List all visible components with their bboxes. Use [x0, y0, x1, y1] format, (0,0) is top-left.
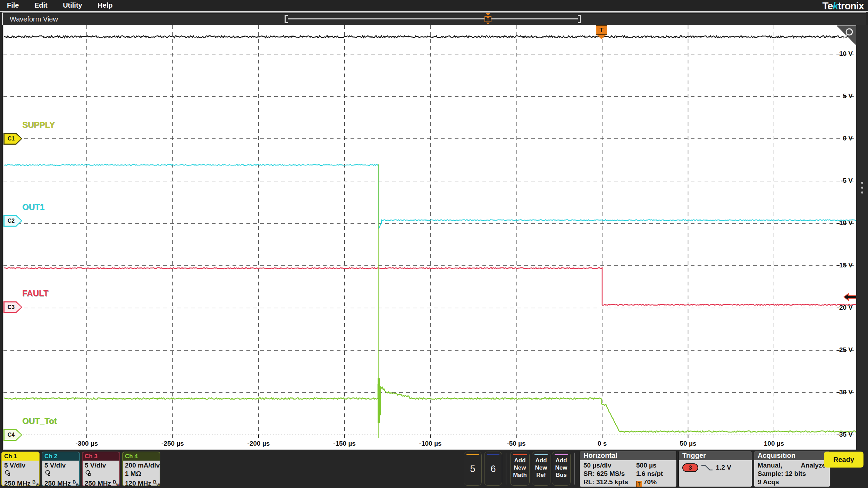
menu-bar: File Edit Utility Help Tektronix: [0, 0, 868, 12]
drawer-handle-icon[interactable]: [861, 187, 863, 189]
ch6-color-stripe: [487, 454, 499, 455]
trace-supply: [4, 36, 856, 38]
trigger-panel[interactable]: Trigger 3 1.2 V: [679, 451, 752, 487]
x-axis-label: -100 µs: [408, 440, 453, 447]
waveform-view-tab-bar: Waveform View T: [2, 12, 866, 25]
channel-position-badge-c3[interactable]: C3: [3, 301, 22, 313]
ch4-header: Ch 4: [123, 452, 160, 461]
trigger-time-flag[interactable]: T: [596, 25, 607, 40]
x-axis-label: 50 µs: [666, 440, 711, 447]
acquisition-panel[interactable]: Acquisition Manual,Analyze Sample: 12 bi…: [754, 451, 830, 487]
y-axis-label: -25 V: [815, 346, 853, 354]
zoom-corner-icon[interactable]: [837, 26, 856, 45]
trigger-flag-tip-icon: [597, 35, 606, 39]
trigger-flag-t-icon: T: [596, 25, 607, 35]
horizontal-panel-title: Horizontal: [580, 451, 676, 460]
trigger-position-percent: 70%: [643, 478, 657, 486]
ch5-color-stripe: [466, 454, 479, 455]
ch2-header: Ch 2: [42, 452, 79, 461]
drawer-handle-icon[interactable]: [861, 182, 863, 184]
ch1-header: Ch 1: [2, 452, 39, 461]
bus-color-stripe: [555, 454, 568, 455]
ch3-header: Ch 3: [83, 452, 119, 461]
badge-text: C3: [3, 301, 19, 313]
ch3-scale: 5 V/div: [85, 461, 119, 470]
horizontal-panel[interactable]: Horizontal 50 µs/div500 µs SR: 625 MS/s1…: [580, 451, 677, 487]
channel-position-badge-c2[interactable]: C2: [3, 215, 22, 227]
badge-text: C4: [3, 429, 19, 441]
waveform-label-out1: OUT1: [22, 202, 44, 212]
pan-bar-line: [288, 18, 578, 19]
divider: [574, 453, 575, 485]
menu-edit[interactable]: Edit: [34, 1, 48, 9]
add-new-ref-button[interactable]: AddNewRef: [532, 452, 550, 486]
menu-file[interactable]: File: [7, 1, 19, 9]
x-axis-label: -150 µs: [322, 440, 367, 447]
x-axis-label: -50 µs: [494, 440, 539, 447]
acquisition-count: 9 Acqs: [758, 478, 830, 486]
pan-bar-right-bracket: [578, 15, 581, 23]
trigger-source-badge: 3: [682, 463, 698, 472]
x-axis-label: -250 µs: [150, 440, 195, 447]
right-side-strip: [856, 25, 868, 450]
x-axis-label: 100 µs: [751, 440, 797, 447]
add-new-bus-button[interactable]: AddNewBus: [552, 452, 571, 486]
y-axis-label: 10 V: [815, 50, 853, 58]
menu-help[interactable]: Help: [98, 1, 112, 9]
menu-utility[interactable]: Utility: [63, 1, 82, 9]
trace-fault: [4, 268, 856, 306]
ch4-impedance: 1 MΩ: [125, 470, 160, 478]
ch2-bandwidth: 250 MHz BW: [44, 478, 79, 486]
badge-text: C2: [3, 215, 19, 227]
oscilloscope-ui: File Edit Utility Help Tektronix Wavefor…: [0, 0, 868, 488]
add-new-math-button[interactable]: AddNewMath: [510, 452, 530, 486]
horizontal-scale: 50 µs/div: [583, 462, 612, 469]
y-axis-label: -20 V: [815, 304, 853, 311]
ch4-bandwidth: 120 MHz BW: [125, 478, 160, 486]
ref-color-stripe: [534, 454, 548, 455]
y-axis-label: -15 V: [815, 262, 853, 269]
channel-badge-ch1[interactable]: Ch 1 5 V/div 250 MHz BW: [1, 452, 40, 486]
trigger-level: 1.2 V: [716, 464, 731, 471]
channel-5-button[interactable]: 5: [464, 452, 482, 486]
y-axis-label: -30 V: [815, 388, 853, 396]
record-length: RL: 312.5 kpts: [583, 478, 628, 486]
channel-position-badge-c1[interactable]: C1: [3, 133, 22, 145]
x-axis-label: -300 µs: [64, 440, 109, 447]
waveform-label-supply: SUPPLY: [22, 120, 55, 130]
ch4-scale: 200 mA/div: [125, 461, 160, 470]
horizontal-pan-zoom-bar[interactable]: T: [285, 15, 581, 23]
trigger-position-arrow-icon: [486, 13, 490, 16]
sample-rate: SR: 625 MS/s: [583, 470, 625, 477]
acquisition-mode: Manual,: [758, 461, 782, 470]
channel-badge-ch4[interactable]: Ch 4 200 mA/div 1 MΩ 120 MHz BW: [122, 452, 160, 486]
trigger-position-t-icon: T: [484, 16, 491, 22]
waveform-graticule: 10 V5 V0 V-5 V-10 V-15 V-20 V-25 V-30 V-…: [3, 25, 856, 450]
channel-badge-ch2[interactable]: Ch 2 5 V/div 250 MHz BW: [42, 452, 80, 486]
drawer-handle-icon[interactable]: [861, 191, 863, 194]
channel-position-badge-c4[interactable]: C4: [3, 429, 22, 441]
waveform-label-fault: FAULT: [22, 289, 49, 298]
waveform-label-out_tot: OUT_Tot: [22, 416, 57, 426]
y-axis-label: -35 V: [815, 431, 853, 438]
y-axis-label: -10 V: [815, 219, 853, 227]
ch1-scale: 5 V/div: [4, 461, 39, 470]
channel-6-button[interactable]: 6: [484, 452, 502, 486]
acquisition-sample: Sample: 12 bits: [758, 470, 830, 478]
channel-badge-ch3[interactable]: Ch 3 5 V/div 250 MHz BW: [82, 452, 120, 486]
trigger-position-marker[interactable]: T: [484, 13, 491, 27]
y-axis-label: 0 V: [815, 135, 853, 142]
divider: [506, 453, 506, 485]
y-axis-label: 5 V: [815, 92, 853, 100]
tektronix-logo: Tektronix: [823, 0, 864, 12]
horizontal-duration: 500 µs: [636, 461, 657, 470]
waveform-view-title[interactable]: Waveform View: [10, 15, 58, 23]
y-axis-label: -5 V: [815, 177, 853, 185]
probe-icon: [4, 470, 39, 478]
acquisition-panel-title: Acquisition: [754, 451, 830, 460]
falling-edge-icon: [700, 464, 714, 472]
settings-bar: Ch 1 5 V/div 250 MHz BW Ch 2 5 V/div 250…: [0, 450, 868, 488]
trigger-position-icon: T: [636, 481, 642, 487]
trigger-level-arrow-icon[interactable]: [844, 293, 857, 300]
math-color-stripe: [513, 454, 527, 455]
